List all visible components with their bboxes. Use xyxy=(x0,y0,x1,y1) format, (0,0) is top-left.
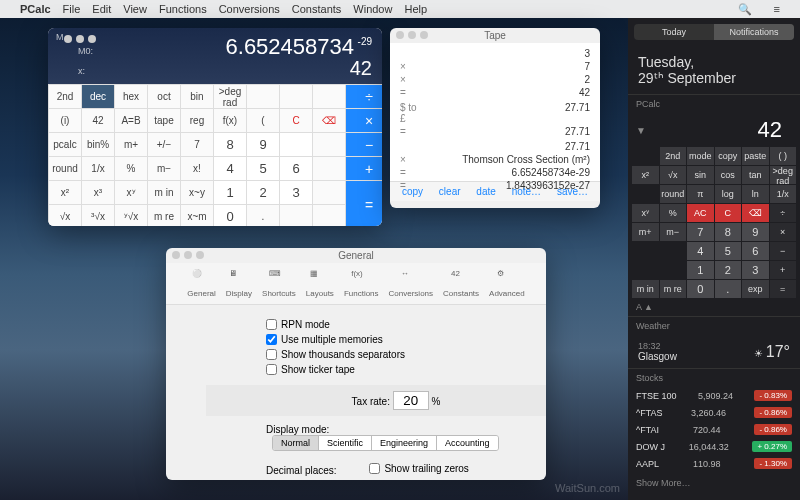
menu-functions[interactable]: Functions xyxy=(159,3,207,15)
nc-key[interactable]: 1/x xyxy=(770,185,797,203)
tab-notifications[interactable]: Notifications xyxy=(714,24,794,40)
calc-key[interactable] xyxy=(280,85,312,108)
prefs-tab[interactable]: f(x)Functions xyxy=(340,267,383,300)
menu-icon[interactable]: ≡ xyxy=(774,3,780,16)
nc-key[interactable]: 9 xyxy=(742,223,769,241)
calc-key[interactable]: 0 xyxy=(214,205,246,226)
tape-action[interactable]: save… xyxy=(557,186,588,197)
stock-row[interactable]: AAPL110.98- 1.30% xyxy=(628,455,800,472)
nc-key[interactable]: × xyxy=(770,223,797,241)
calc-key[interactable]: ( xyxy=(247,109,279,132)
nc-key[interactable]: m re xyxy=(660,280,687,298)
nc-key[interactable]: m in xyxy=(632,280,659,298)
nc-key[interactable]: cos xyxy=(715,166,742,184)
calc-key[interactable]: 1 xyxy=(214,181,246,204)
calc-key[interactable]: ÷ xyxy=(346,85,382,108)
calc-key[interactable]: ʸ√x xyxy=(115,205,147,226)
calc-key[interactable]: x² xyxy=(49,181,81,204)
stock-row[interactable]: DOW J16,044.32+ 0.27% xyxy=(628,438,800,455)
calc-key[interactable]: x! xyxy=(181,157,213,180)
opt-rpn[interactable]: RPN mode xyxy=(266,317,526,332)
nc-key[interactable]: log xyxy=(715,185,742,203)
nc-key[interactable]: = xyxy=(770,280,797,298)
calc-key[interactable] xyxy=(313,133,345,156)
weather-widget[interactable]: 18:32Glasgow ☀ 17° xyxy=(628,335,800,368)
nc-tabs[interactable]: Today Notifications xyxy=(634,24,794,40)
calc-key[interactable]: . xyxy=(247,205,279,226)
calc-key[interactable]: m+ xyxy=(115,133,147,156)
calc-key[interactable]: xʸ xyxy=(115,181,147,204)
calc-key[interactable]: (i) xyxy=(49,109,81,132)
calc-key[interactable] xyxy=(313,85,345,108)
calc-key[interactable]: reg xyxy=(181,109,213,132)
calc-key[interactable]: bin% xyxy=(82,133,114,156)
nc-key[interactable]: >deg rad xyxy=(770,166,797,184)
prefs-tab[interactable]: 42Constants xyxy=(439,267,483,300)
nc-key[interactable]: AC xyxy=(687,204,714,222)
calc-key[interactable]: x~y xyxy=(181,181,213,204)
calc-key[interactable]: pcalc xyxy=(49,133,81,156)
seg-option[interactable]: Accounting xyxy=(437,436,498,450)
calc-key[interactable]: m re xyxy=(148,205,180,226)
nc-key[interactable]: 5 xyxy=(715,242,742,260)
nc-key[interactable]: π xyxy=(687,185,714,203)
opt-trail[interactable]: Show trailing zeros xyxy=(369,461,468,476)
nc-key[interactable]: round xyxy=(660,185,687,203)
tape-action[interactable]: date xyxy=(476,186,495,197)
calc-key[interactable]: A=B xyxy=(115,109,147,132)
stock-row[interactable]: ^FTAI720.44- 0.86% xyxy=(628,421,800,438)
calc-key[interactable]: 2 xyxy=(247,181,279,204)
nc-key[interactable]: C xyxy=(715,204,742,222)
tape-action[interactable]: copy xyxy=(402,186,423,197)
calc-key[interactable]: 42 xyxy=(82,109,114,132)
calc-key[interactable]: bin xyxy=(181,85,213,108)
app-name[interactable]: PCalc xyxy=(20,3,51,15)
stock-row[interactable]: FTSE 1005,909.24- 0.83% xyxy=(628,387,800,404)
nc-key[interactable]: + xyxy=(770,261,797,279)
nc-key[interactable]: ( ) xyxy=(770,147,797,165)
prefs-tab[interactable]: 🖥Display xyxy=(222,267,256,300)
nc-key[interactable]: 2nd xyxy=(660,147,687,165)
calc-key[interactable]: x³ xyxy=(82,181,114,204)
calc-key[interactable] xyxy=(280,133,312,156)
tab-today[interactable]: Today xyxy=(634,24,714,40)
seg-option[interactable]: Normal xyxy=(273,436,319,450)
calc-key[interactable]: 7 xyxy=(181,133,213,156)
calc-key[interactable]: C xyxy=(280,109,312,132)
nc-key[interactable]: % xyxy=(660,204,687,222)
nc-key[interactable]: mode xyxy=(687,147,714,165)
nc-key[interactable]: ÷ xyxy=(770,204,797,222)
nc-key[interactable]: − xyxy=(770,242,797,260)
nc-key[interactable]: 4 xyxy=(687,242,714,260)
nc-key[interactable]: sin xyxy=(687,166,714,184)
calc-key[interactable]: ⌫ xyxy=(313,109,345,132)
nc-key[interactable]: 3 xyxy=(742,261,769,279)
nc-key[interactable]: . xyxy=(715,280,742,298)
nc-key[interactable]: 0 xyxy=(687,280,714,298)
calc-key[interactable] xyxy=(313,157,345,180)
nc-key[interactable]: exp xyxy=(742,280,769,298)
calc-key[interactable]: hex xyxy=(115,85,147,108)
calc-key[interactable]: 1/x xyxy=(82,157,114,180)
calc-key[interactable]: 2nd xyxy=(49,85,81,108)
calc-key[interactable]: + xyxy=(346,157,382,180)
calc-key[interactable]: x~m xyxy=(181,205,213,226)
prefs-tab[interactable]: ▦Layouts xyxy=(302,267,338,300)
calc-key[interactable]: 4 xyxy=(214,157,246,180)
menu-window[interactable]: Window xyxy=(353,3,392,15)
search-icon[interactable]: 🔍 xyxy=(738,3,752,16)
nc-key[interactable]: xʸ xyxy=(632,204,659,222)
menu-edit[interactable]: Edit xyxy=(92,3,111,15)
calc-key[interactable]: 3 xyxy=(280,181,312,204)
tape-action[interactable]: note… xyxy=(512,186,541,197)
nc-key[interactable]: ⌫ xyxy=(742,204,769,222)
show-more[interactable]: Show More… xyxy=(628,472,800,494)
opt-mem[interactable]: Use multiple memories xyxy=(266,332,526,347)
calc-key[interactable]: % xyxy=(115,157,147,180)
calc-key[interactable]: tape xyxy=(148,109,180,132)
calc-key[interactable]: − xyxy=(346,133,382,156)
calc-key[interactable]: 5 xyxy=(247,157,279,180)
menu-conversions[interactable]: Conversions xyxy=(219,3,280,15)
display-mode-segment[interactable]: NormalScientificEngineeringAccounting xyxy=(272,435,499,451)
nc-key[interactable]: x² xyxy=(632,166,659,184)
